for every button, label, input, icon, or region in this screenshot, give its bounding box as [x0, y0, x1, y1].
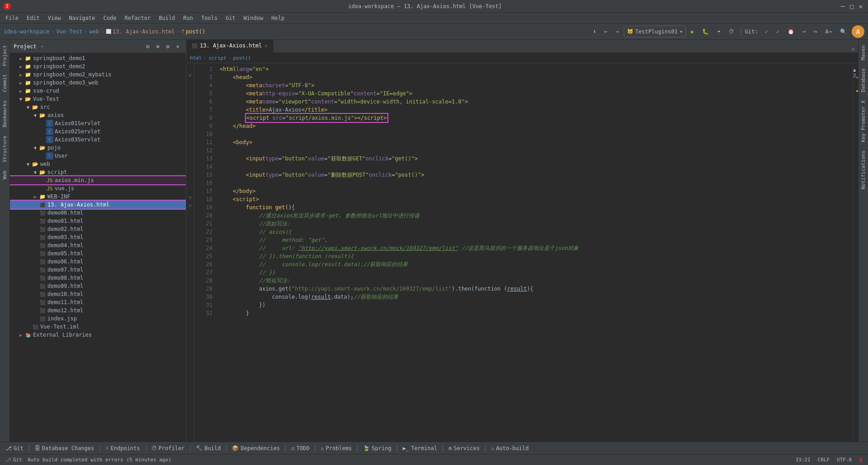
- database-tab[interactable]: Database: [859, 65, 867, 96]
- tab-close-button[interactable]: ×: [264, 43, 268, 49]
- menu-navigate[interactable]: Navigate: [66, 14, 99, 22]
- path-post[interactable]: post(): [233, 55, 251, 61]
- tree-item-demo01[interactable]: ⬛demo01.html: [10, 217, 186, 225]
- breadcrumb-vue-test[interactable]: Vue-Test: [56, 28, 82, 35]
- tree-item-web-inf[interactable]: ▶ 📁 WEB-INF: [10, 193, 186, 201]
- window-controls[interactable]: ─ □ ✕: [839, 3, 864, 10]
- profile-button[interactable]: ⏱: [726, 26, 737, 38]
- bottom-services[interactable]: ⚙ Services: [445, 443, 483, 453]
- tree-item-demo03[interactable]: ⬛demo03.html: [10, 233, 186, 241]
- path-html[interactable]: html: [190, 55, 202, 61]
- notifications-tab[interactable]: Notifications: [859, 147, 867, 193]
- panel-dropdown[interactable]: ▾: [41, 44, 44, 49]
- back-button[interactable]: ←: [601, 26, 611, 38]
- tree-item-demo04[interactable]: ⬛demo04.html: [10, 241, 186, 249]
- bottom-git[interactable]: ⎇ Git: [2, 443, 27, 453]
- tree-item-script-folder[interactable]: ▼ 📂 script: [10, 168, 186, 176]
- breadcrumb-web[interactable]: web: [89, 28, 99, 35]
- bottom-endpoints[interactable]: ⚡ Endpoints: [102, 443, 143, 453]
- tree-item-vue-js[interactable]: JS vue.js: [10, 184, 186, 193]
- menu-run[interactable]: Run: [179, 14, 197, 22]
- locate-button[interactable]: ⊕: [153, 42, 162, 51]
- tree-item-axios02[interactable]: C Axios02Servlet: [10, 127, 186, 136]
- bottom-profiler[interactable]: ⏱ Profiler: [148, 443, 189, 453]
- debug-button[interactable]: 🐛: [699, 26, 712, 38]
- user-avatar[interactable]: A: [852, 25, 864, 38]
- maven-tab[interactable]: Maven: [859, 42, 867, 64]
- gutter-fold-18[interactable]: ▽: [186, 193, 194, 202]
- path-script[interactable]: script: [208, 55, 226, 61]
- forward-button[interactable]: →: [613, 26, 622, 38]
- bottom-database-changes[interactable]: 🗄 Database Changes: [31, 443, 98, 453]
- tree-item-axios03[interactable]: C Axios03Servlet: [10, 136, 186, 144]
- status-crlf[interactable]: CRLF: [816, 457, 832, 463]
- breadcrumb-filename[interactable]: 13. Ajax-Axios.html: [113, 28, 175, 35]
- bottom-build[interactable]: 🔨 Build: [192, 443, 224, 453]
- status-logo[interactable]: S: [857, 456, 864, 463]
- settings-button[interactable]: ⚙: [163, 42, 172, 51]
- coverage-button[interactable]: ☂: [714, 26, 723, 38]
- tree-item-demo08[interactable]: ⬛demo08.html: [10, 274, 186, 282]
- tree-item-pojo[interactable]: ▼ 📂 pojo: [10, 144, 186, 152]
- bottom-spring[interactable]: 🍃 Spring: [359, 443, 395, 453]
- tree-item-springboot-demo3-web[interactable]: ▶ 📁 springboot_demo3_web: [10, 79, 186, 87]
- tab-ajax-axios[interactable]: ⬛ 13. Ajax-Axios.html ×: [186, 40, 274, 52]
- tree-item-demo02[interactable]: ⬛demo02.html: [10, 225, 186, 233]
- git-undo[interactable]: ↩: [799, 26, 809, 38]
- search-button[interactable]: 🔍: [837, 26, 850, 38]
- tree-item-demo05[interactable]: ⬛demo05.html: [10, 249, 186, 258]
- tree-item-ajax-axios-html[interactable]: ⬛ 13. Ajax-Axios.html: [10, 201, 186, 209]
- run-config-selector[interactable]: 🐱 TestPlugins01 ▾: [624, 26, 686, 38]
- tree-item-springboot-demo2-mybatis[interactable]: ▶ 📁 springboot_demo2_mybatis: [10, 70, 186, 79]
- code-editor[interactable]: <html lang="en"> <head> <meta charset="U…: [216, 63, 853, 442]
- menu-git[interactable]: Git: [222, 14, 239, 22]
- gutter-fold-3[interactable]: ▽: [186, 71, 194, 80]
- menu-help[interactable]: Help: [268, 14, 288, 22]
- status-charset[interactable]: UTF-8: [835, 457, 854, 463]
- tree-item-demo00[interactable]: ⬛demo00.html: [10, 209, 186, 217]
- bottom-todo[interactable]: ☑ TODO: [288, 443, 313, 453]
- structure-tab[interactable]: Structure: [1, 132, 9, 166]
- tree-item-springboot-demo1[interactable]: ▶ 📁 springboot_demo1: [10, 54, 186, 62]
- bottom-dependencies[interactable]: 📦 Dependencies: [228, 443, 283, 453]
- tree-item-demo11[interactable]: ⬛demo11.html: [10, 298, 186, 306]
- status-position[interactable]: 33:21: [793, 457, 812, 463]
- git-redo[interactable]: ↪: [811, 26, 820, 38]
- tree-item-demo07[interactable]: ⬛demo07.html: [10, 266, 186, 274]
- key-promoter-tab[interactable]: Key Promoter X: [859, 97, 867, 146]
- tree-item-demo10[interactable]: ⬛demo10.html: [10, 290, 186, 298]
- tree-item-axios01[interactable]: C Axios01Servlet: [10, 119, 186, 127]
- tree-item-demo12[interactable]: ⬛demo12.html: [10, 306, 186, 315]
- git-checkmark2[interactable]: ✓: [773, 26, 783, 38]
- web-tab[interactable]: Web: [1, 167, 9, 183]
- status-git-item[interactable]: ⎇ Git: [4, 457, 24, 463]
- more-tabs-button[interactable]: ≡: [851, 47, 854, 52]
- tree-item-axios-folder[interactable]: ▼ 📂 axios: [10, 111, 186, 119]
- hide-button[interactable]: ×: [173, 42, 182, 51]
- menu-build[interactable]: Build: [155, 14, 179, 22]
- translate-button[interactable]: A→: [822, 26, 835, 38]
- scroll-indicator[interactable]: ▲ 2: [853, 63, 858, 442]
- tree-item-vue-test-iml[interactable]: ⬛Vue-Test.iml: [10, 323, 186, 331]
- menu-view[interactable]: View: [44, 14, 65, 22]
- bottom-terminal[interactable]: ▶_ Terminal: [399, 443, 441, 453]
- menu-tools[interactable]: Tools: [198, 14, 221, 22]
- menu-edit[interactable]: Edit: [23, 14, 43, 22]
- tree-item-web[interactable]: ▼ 📂 web: [10, 160, 186, 168]
- vcs-update-button[interactable]: ⬇: [590, 26, 599, 38]
- commit-tab[interactable]: Commit: [1, 70, 9, 96]
- breadcrumb-workspace[interactable]: idea-workspace: [4, 28, 49, 35]
- close-button[interactable]: ✕: [857, 3, 864, 10]
- breadcrumb-method[interactable]: post(): [186, 28, 205, 35]
- bottom-problems[interactable]: ⚠ Problems: [317, 443, 355, 453]
- tree-item-user[interactable]: C User: [10, 152, 186, 160]
- tree-item-springboot-demo2[interactable]: ▶ 📁 springboot_demo2: [10, 62, 186, 70]
- menu-refactor[interactable]: Refactor: [121, 14, 154, 22]
- project-tab[interactable]: Project: [1, 42, 9, 70]
- menu-file[interactable]: File: [2, 14, 22, 22]
- tree-item-vue-test[interactable]: ▼ 📂 Vue-Test: [10, 95, 186, 103]
- tree-item-demo06[interactable]: ⬛demo06.html: [10, 258, 186, 266]
- maximize-button[interactable]: □: [848, 3, 855, 10]
- git-clock[interactable]: ⏰: [784, 26, 797, 38]
- menu-code[interactable]: Code: [100, 14, 120, 22]
